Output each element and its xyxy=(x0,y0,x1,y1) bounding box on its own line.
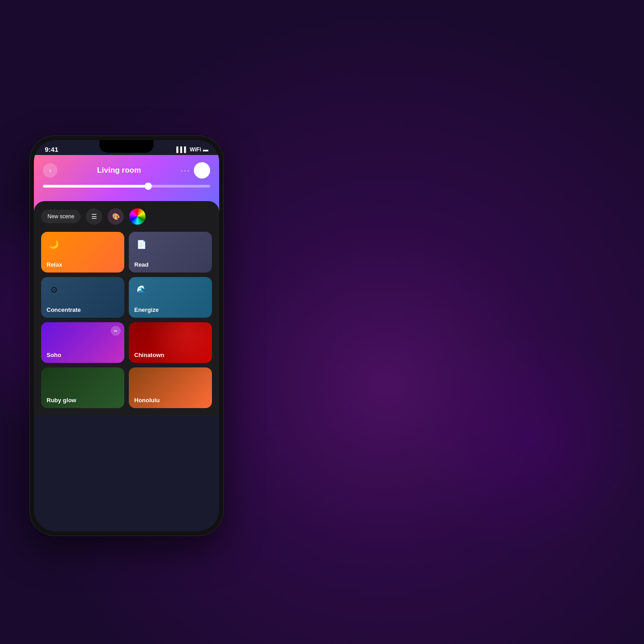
phone-notch xyxy=(99,140,154,153)
chinatown-label: Chinatown xyxy=(134,352,164,358)
scenes-grid: 🌙 Relax 📄 Read ⊙ Con xyxy=(41,232,212,408)
scene-card-rubyglow[interactable]: Ruby glow xyxy=(41,367,124,408)
list-icon-button[interactable]: ☰ xyxy=(86,208,102,225)
brightness-fill xyxy=(43,185,152,188)
signal-icon: ▌▌▌ xyxy=(176,146,188,153)
energize-icon: 🌊 xyxy=(134,282,149,297)
scene-card-soho[interactable]: ✏ Soho xyxy=(41,322,124,363)
phone-section: 9:41 ▌▌▌ WiFi ▬ ‹ xyxy=(18,136,235,536)
wifi-icon: WiFi xyxy=(190,146,201,153)
phone-outer: 9:41 ▌▌▌ WiFi ▬ ‹ xyxy=(29,136,224,536)
concentrate-label: Concentrate xyxy=(47,306,81,313)
app-header-top: ‹ Living room ··· xyxy=(43,162,210,179)
back-button[interactable]: ‹ xyxy=(43,163,57,178)
status-time: 9:41 xyxy=(45,146,58,153)
relax-icon: 🌙 xyxy=(47,237,61,252)
read-label: Read xyxy=(134,261,149,268)
header-right: ··· xyxy=(181,162,210,179)
palette-icon-button[interactable]: 🎨 xyxy=(108,208,124,225)
room-title: Living room xyxy=(97,166,141,175)
page-container: Control even more with a Philips Hue Bri… xyxy=(0,0,644,644)
scene-card-read[interactable]: 📄 Read xyxy=(129,232,212,273)
battery-icon: ▬ xyxy=(203,146,208,153)
new-scene-row: New scene ☰ 🎨 xyxy=(41,208,212,225)
bg-glow-right xyxy=(418,328,644,554)
relax-label: Relax xyxy=(47,261,62,268)
app-body: New scene ☰ 🎨 🌙 Relax xyxy=(34,201,219,415)
soho-label: Soho xyxy=(47,352,61,358)
phone-screen: 9:41 ▌▌▌ WiFi ▬ ‹ xyxy=(34,140,219,531)
status-icons: ▌▌▌ WiFi ▬ xyxy=(176,146,208,153)
scene-card-energize[interactable]: 🌊 Energize xyxy=(129,277,212,318)
energize-label: Energize xyxy=(134,306,159,313)
phone-wrapper: 9:41 ▌▌▌ WiFi ▬ ‹ xyxy=(29,136,224,536)
phone-inner: 9:41 ▌▌▌ WiFi ▬ ‹ xyxy=(34,140,219,531)
brightness-bar[interactable] xyxy=(43,185,210,188)
concentrate-icon: ⊙ xyxy=(47,282,61,297)
brightness-thumb xyxy=(145,183,152,190)
scene-card-relax[interactable]: 🌙 Relax xyxy=(41,232,124,273)
rubyglow-label: Ruby glow xyxy=(47,397,76,404)
power-toggle[interactable] xyxy=(194,162,210,179)
honolulu-label: Honolulu xyxy=(134,397,160,404)
color-wheel-button[interactable] xyxy=(129,208,146,225)
scene-card-concentrate[interactable]: ⊙ Concentrate xyxy=(41,277,124,318)
scene-card-honolulu[interactable]: Honolulu xyxy=(129,367,212,408)
read-icon: 📄 xyxy=(134,237,149,252)
more-button[interactable]: ··· xyxy=(181,166,190,175)
scene-card-chinatown[interactable]: Chinatown xyxy=(129,322,212,363)
new-scene-button[interactable]: New scene xyxy=(41,210,80,223)
